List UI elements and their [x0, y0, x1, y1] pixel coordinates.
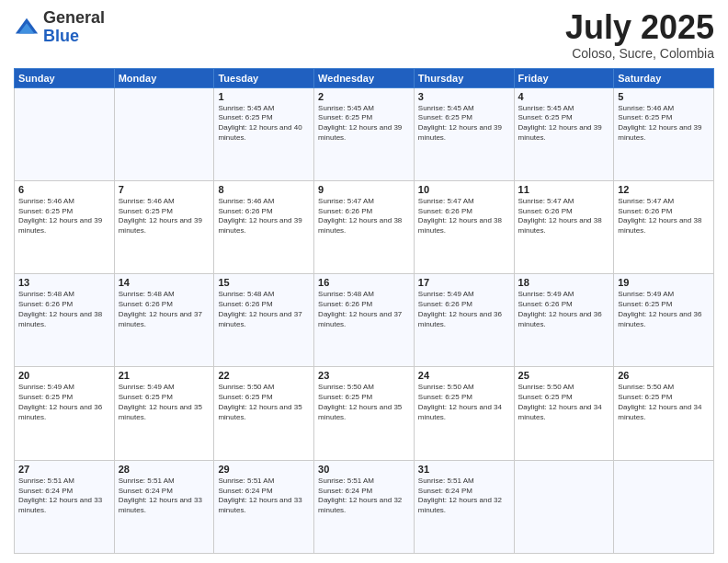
calendar-day-cell: 7Sunrise: 5:46 AM Sunset: 6:25 PM Daylig… [114, 180, 214, 273]
day-info: Sunrise: 5:49 AM Sunset: 6:26 PM Dayligh… [518, 290, 610, 329]
day-number: 21 [119, 370, 210, 381]
day-number: 10 [418, 184, 510, 195]
logo-blue: Blue [43, 28, 105, 46]
month-title: July 2025 [565, 9, 714, 46]
calendar-week-row: 20Sunrise: 5:49 AM Sunset: 6:25 PM Dayli… [15, 367, 714, 460]
day-of-week-header: Sunday [15, 68, 115, 87]
day-of-week-header: Monday [114, 68, 214, 87]
day-info: Sunrise: 5:49 AM Sunset: 6:25 PM Dayligh… [119, 383, 210, 422]
day-info: Sunrise: 5:46 AM Sunset: 6:26 PM Dayligh… [218, 197, 310, 236]
calendar-day-cell: 3Sunrise: 5:45 AM Sunset: 6:25 PM Daylig… [414, 87, 514, 180]
calendar-day-cell: 30Sunrise: 5:51 AM Sunset: 6:24 PM Dayli… [314, 460, 415, 553]
day-info: Sunrise: 5:49 AM Sunset: 6:25 PM Dayligh… [618, 290, 710, 329]
logo-general: General [43, 9, 105, 28]
day-info: Sunrise: 5:45 AM Sunset: 6:25 PM Dayligh… [218, 104, 310, 144]
calendar-day-cell: 21Sunrise: 5:49 AM Sunset: 6:25 PM Dayli… [114, 367, 214, 460]
day-info: Sunrise: 5:50 AM Sunset: 6:25 PM Dayligh… [618, 383, 710, 422]
day-number: 5 [618, 91, 710, 102]
calendar-day-cell [514, 460, 614, 553]
day-info: Sunrise: 5:45 AM Sunset: 6:25 PM Dayligh… [418, 104, 510, 144]
calendar-week-row: 27Sunrise: 5:51 AM Sunset: 6:24 PM Dayli… [15, 460, 714, 553]
day-info: Sunrise: 5:47 AM Sunset: 6:26 PM Dayligh… [418, 197, 510, 236]
calendar-day-cell: 20Sunrise: 5:49 AM Sunset: 6:25 PM Dayli… [15, 367, 115, 460]
day-of-week-header: Saturday [614, 68, 714, 87]
day-number: 26 [618, 370, 710, 381]
day-info: Sunrise: 5:50 AM Sunset: 6:25 PM Dayligh… [218, 383, 310, 422]
day-info: Sunrise: 5:50 AM Sunset: 6:25 PM Dayligh… [318, 383, 410, 422]
header: General Blue July 2025 Coloso, Sucre, Co… [14, 9, 714, 61]
calendar-day-cell: 12Sunrise: 5:47 AM Sunset: 6:26 PM Dayli… [614, 180, 714, 273]
calendar-day-cell: 25Sunrise: 5:50 AM Sunset: 6:25 PM Dayli… [514, 367, 614, 460]
day-number: 20 [18, 370, 110, 381]
day-number: 29 [218, 464, 310, 475]
day-number: 23 [318, 370, 410, 381]
calendar-day-cell: 26Sunrise: 5:50 AM Sunset: 6:25 PM Dayli… [614, 367, 714, 460]
day-number: 7 [119, 184, 210, 195]
day-number: 27 [18, 464, 110, 475]
day-info: Sunrise: 5:51 AM Sunset: 6:24 PM Dayligh… [119, 477, 210, 516]
calendar-day-cell: 22Sunrise: 5:50 AM Sunset: 6:25 PM Dayli… [214, 367, 314, 460]
calendar-day-cell: 29Sunrise: 5:51 AM Sunset: 6:24 PM Dayli… [214, 460, 314, 553]
day-info: Sunrise: 5:48 AM Sunset: 6:26 PM Dayligh… [119, 290, 210, 329]
day-info: Sunrise: 5:45 AM Sunset: 6:25 PM Dayligh… [518, 104, 610, 144]
calendar-week-row: 13Sunrise: 5:48 AM Sunset: 6:26 PM Dayli… [15, 274, 714, 367]
day-info: Sunrise: 5:47 AM Sunset: 6:26 PM Dayligh… [518, 197, 610, 236]
day-of-week-header: Friday [514, 68, 614, 87]
day-info: Sunrise: 5:48 AM Sunset: 6:26 PM Dayligh… [18, 290, 110, 329]
calendar-day-cell: 2Sunrise: 5:45 AM Sunset: 6:25 PM Daylig… [314, 87, 415, 180]
calendar-day-cell: 6Sunrise: 5:46 AM Sunset: 6:25 PM Daylig… [15, 180, 115, 273]
day-info: Sunrise: 5:46 AM Sunset: 6:25 PM Dayligh… [18, 197, 110, 236]
day-number: 2 [318, 91, 410, 102]
day-info: Sunrise: 5:45 AM Sunset: 6:25 PM Dayligh… [318, 104, 410, 144]
day-info: Sunrise: 5:46 AM Sunset: 6:25 PM Dayligh… [618, 104, 710, 144]
day-number: 3 [418, 91, 510, 102]
calendar-day-cell: 13Sunrise: 5:48 AM Sunset: 6:26 PM Dayli… [15, 274, 115, 367]
day-number: 31 [418, 464, 510, 475]
calendar-day-cell: 1Sunrise: 5:45 AM Sunset: 6:25 PM Daylig… [214, 87, 314, 180]
calendar-header-row: SundayMondayTuesdayWednesdayThursdayFrid… [15, 68, 714, 87]
day-info: Sunrise: 5:47 AM Sunset: 6:26 PM Dayligh… [318, 197, 410, 236]
calendar-day-cell: 4Sunrise: 5:45 AM Sunset: 6:25 PM Daylig… [514, 87, 614, 180]
day-number: 28 [119, 464, 210, 475]
day-number: 24 [418, 370, 510, 381]
day-number: 19 [618, 277, 710, 288]
day-number: 12 [618, 184, 710, 195]
title-block: July 2025 Coloso, Sucre, Colombia [565, 9, 714, 61]
day-number: 13 [18, 277, 110, 288]
calendar-table: SundayMondayTuesdayWednesdayThursdayFrid… [14, 68, 714, 554]
day-info: Sunrise: 5:51 AM Sunset: 6:24 PM Dayligh… [418, 477, 510, 516]
calendar-day-cell: 28Sunrise: 5:51 AM Sunset: 6:24 PM Dayli… [114, 460, 214, 553]
day-number: 30 [318, 464, 410, 475]
calendar-day-cell: 14Sunrise: 5:48 AM Sunset: 6:26 PM Dayli… [114, 274, 214, 367]
calendar-day-cell: 10Sunrise: 5:47 AM Sunset: 6:26 PM Dayli… [414, 180, 514, 273]
day-info: Sunrise: 5:47 AM Sunset: 6:26 PM Dayligh… [618, 197, 710, 236]
day-number: 1 [218, 91, 310, 102]
calendar-day-cell: 19Sunrise: 5:49 AM Sunset: 6:25 PM Dayli… [614, 274, 714, 367]
day-number: 22 [218, 370, 310, 381]
calendar-day-cell: 15Sunrise: 5:48 AM Sunset: 6:26 PM Dayli… [214, 274, 314, 367]
calendar-week-row: 1Sunrise: 5:45 AM Sunset: 6:25 PM Daylig… [15, 87, 714, 180]
calendar-day-cell: 8Sunrise: 5:46 AM Sunset: 6:26 PM Daylig… [214, 180, 314, 273]
calendar-day-cell: 11Sunrise: 5:47 AM Sunset: 6:26 PM Dayli… [514, 180, 614, 273]
calendar-day-cell: 27Sunrise: 5:51 AM Sunset: 6:24 PM Dayli… [15, 460, 115, 553]
day-info: Sunrise: 5:51 AM Sunset: 6:24 PM Dayligh… [318, 477, 410, 516]
day-number: 6 [18, 184, 110, 195]
day-number: 25 [518, 370, 610, 381]
day-info: Sunrise: 5:51 AM Sunset: 6:24 PM Dayligh… [18, 477, 110, 516]
calendar-day-cell: 17Sunrise: 5:49 AM Sunset: 6:26 PM Dayli… [414, 274, 514, 367]
calendar-week-row: 6Sunrise: 5:46 AM Sunset: 6:25 PM Daylig… [15, 180, 714, 273]
location: Coloso, Sucre, Colombia [565, 46, 714, 61]
day-number: 4 [518, 91, 610, 102]
day-number: 8 [218, 184, 310, 195]
day-of-week-header: Tuesday [214, 68, 314, 87]
day-number: 17 [418, 277, 510, 288]
day-info: Sunrise: 5:48 AM Sunset: 6:26 PM Dayligh… [218, 290, 310, 329]
day-info: Sunrise: 5:50 AM Sunset: 6:25 PM Dayligh… [418, 383, 510, 422]
calendar-day-cell: 23Sunrise: 5:50 AM Sunset: 6:25 PM Dayli… [314, 367, 415, 460]
calendar-day-cell: 16Sunrise: 5:48 AM Sunset: 6:26 PM Dayli… [314, 274, 415, 367]
day-number: 18 [518, 277, 610, 288]
day-info: Sunrise: 5:46 AM Sunset: 6:25 PM Dayligh… [119, 197, 210, 236]
logo-icon [14, 15, 40, 40]
calendar-day-cell: 31Sunrise: 5:51 AM Sunset: 6:24 PM Dayli… [414, 460, 514, 553]
calendar-day-cell: 5Sunrise: 5:46 AM Sunset: 6:25 PM Daylig… [614, 87, 714, 180]
